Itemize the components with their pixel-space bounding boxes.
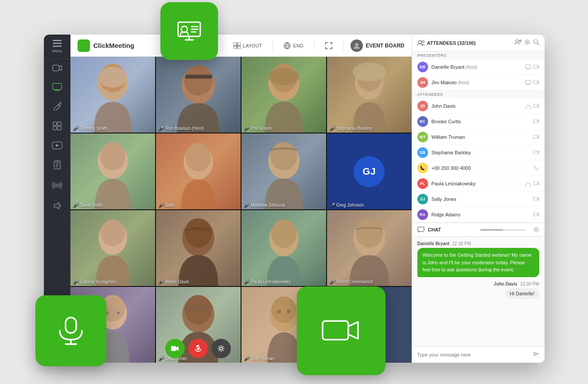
logo-area: ClickMeeting [78, 39, 135, 52]
participant-name-tom: 🎤 Tom Bowsun (Host) [159, 126, 204, 131]
ctrl-video-icon [171, 345, 179, 352]
sidebar-item-whiteboard[interactable] [44, 96, 70, 116]
svg-point-40 [185, 143, 211, 171]
video-cell-dorothy[interactable]: 🎤 Dorothy Smith [70, 57, 155, 133]
chat-input-field[interactable] [417, 352, 530, 357]
chat-time-0: 12:30 PM [452, 241, 471, 246]
sidebar-menu-button[interactable]: Menu [44, 35, 70, 59]
attendees-header: ATTENDEES (32/100) [412, 35, 545, 51]
settings-icon[interactable] [524, 39, 530, 47]
video-cell-sally[interactable]: 🎤 Sally [156, 133, 241, 209]
chat-input-area [412, 346, 545, 363]
svg-rect-8 [53, 83, 62, 90]
william-avatar: WT [417, 132, 428, 142]
svg-rect-81 [533, 197, 537, 200]
sidebar-item-tasks[interactable] [44, 155, 70, 175]
video-cell-matthew[interactable]: 🎤 Matthew Setsuna [241, 133, 326, 209]
svg-rect-20 [238, 43, 241, 46]
attendee-row-danielle[interactable]: DB Danielle Bryant (host) [412, 59, 545, 75]
settings-control-btn[interactable] [211, 339, 231, 358]
sidebar-item-screen[interactable] [44, 78, 70, 96]
clickmeeting-logo-icon [78, 39, 90, 52]
video-cell-gianna[interactable]: 🎤 Gianna Youngmen [70, 210, 155, 286]
william-name: William Truman [432, 134, 530, 140]
chat-sender-1: John Davis [494, 282, 517, 286]
video-cell-greg[interactable]: GJ 🎤 Greg Johnson [327, 133, 412, 209]
participant-name-phil: 🎤 Phil Green [244, 126, 272, 131]
video-cell-daria[interactable]: 🎤 Daria Smith [70, 133, 155, 209]
attendee-row-brooke[interactable]: BC Brooke Curtis [412, 114, 545, 129]
attendees-actions [514, 39, 539, 47]
danielle-avatar: DB [417, 62, 428, 72]
paula-avatar: PL [417, 178, 428, 189]
fullscreen-icon [325, 42, 332, 49]
video-cell-adam[interactable]: 🎤 Adam Davis [156, 210, 241, 286]
add-attendee-icon[interactable] [514, 39, 522, 47]
attendee-row-john[interactable]: JD John Davis [412, 98, 545, 114]
ridge-icons [533, 212, 539, 217]
video-cell-stephania[interactable]: 🎤 Stephania Barkley [327, 57, 412, 133]
chat-sender-0: Danielle Bryant [417, 241, 450, 246]
layout-button[interactable]: LAYOUT [230, 41, 265, 51]
svg-rect-76 [533, 104, 537, 107]
svg-point-70 [526, 41, 528, 43]
layout-label: LAYOUT [243, 43, 262, 48]
video-cell-simon[interactable]: 🎤 Simon Greenwood [327, 210, 412, 286]
svg-rect-83 [418, 227, 424, 231]
attendee-row-jiro[interactable]: JM Jiro Makoto (host) [412, 75, 545, 90]
svg-rect-10 [53, 122, 57, 125]
sally-icons [533, 196, 539, 202]
svg-point-59 [220, 347, 222, 350]
attendee-row-phone[interactable]: +00 200 300 4000 [412, 161, 545, 176]
svg-point-48 [271, 219, 296, 248]
attendee-row-ridge[interactable]: RA Ridge Adams [412, 207, 545, 223]
stephanie-name: Stephanie Barkley [432, 150, 530, 155]
ctrl-mic-icon [195, 345, 201, 352]
main-window: Menu [44, 35, 545, 363]
language-button[interactable]: ENG [280, 40, 307, 51]
video-cell-phil[interactable]: 🎤 Phil Green [241, 57, 326, 133]
attendee-row-paula2[interactable]: PL Paula Leśniakowsky [412, 176, 545, 192]
stephanie-avatar: SB [417, 147, 428, 158]
svg-point-50 [355, 218, 383, 247]
attendee-row-stephanie[interactable]: SB Stephanie Barkley [412, 145, 545, 161]
svg-rect-5 [53, 43, 62, 44]
attendees-title: ATTENDEES (32/100) [427, 40, 512, 46]
sidebar-item-announce[interactable] [44, 196, 70, 216]
announce-icon [52, 201, 62, 211]
phone-name: +00 200 300 4000 [432, 165, 530, 171]
mic-control-btn[interactable] [188, 339, 208, 358]
svg-rect-77 [533, 120, 537, 123]
svg-rect-30 [185, 75, 212, 79]
video-cell-paula[interactable]: 🎤 Paula Leśniakowsky [241, 210, 326, 286]
sidebar-item-video[interactable] [44, 59, 70, 78]
chat-bubble-0: Welcome to the Getting Started webinar! … [417, 248, 539, 277]
chat-send-icon[interactable] [532, 350, 539, 359]
sidebar-item-youtube[interactable] [44, 136, 70, 155]
attendee-row-william[interactable]: WT William Truman [412, 129, 545, 145]
svg-point-46 [184, 218, 212, 247]
svg-rect-12 [53, 126, 57, 130]
menu-label: Menu [52, 49, 62, 53]
svg-point-16 [56, 184, 58, 187]
participant-name-adam: 🎤 Adam Davis [159, 279, 189, 284]
participant-name-dorothy: 🎤 Dorothy Smith [73, 126, 108, 131]
video-icon [52, 64, 62, 72]
event-board-button[interactable]: EVENT BOARD [350, 39, 404, 52]
search-icon[interactable] [533, 39, 539, 47]
svg-rect-4 [53, 40, 62, 41]
john-name: John Davis [432, 103, 522, 109]
apps-icon [52, 121, 62, 131]
app-name: ClickMeeting [93, 42, 135, 49]
svg-rect-2 [66, 317, 76, 333]
attendee-row-sally[interactable]: SJ Sally Jones [412, 192, 545, 207]
sidebar-item-broadcast[interactable] [44, 175, 70, 196]
video-control-btn[interactable] [165, 339, 185, 358]
video-cell-shah[interactable]: 🎤 Shah Khan [156, 287, 241, 363]
event-board-label: EVENT BOARD [366, 43, 404, 49]
chat-settings-icon[interactable] [533, 227, 539, 233]
sidebar-item-apps[interactable] [44, 116, 70, 136]
video-cell-tom[interactable]: 🎤 Tom Bowsun (Host) [156, 57, 241, 133]
fullscreen-button[interactable] [322, 40, 336, 51]
participant-name-simon: 🎤 Simon Greenwood [330, 279, 373, 284]
